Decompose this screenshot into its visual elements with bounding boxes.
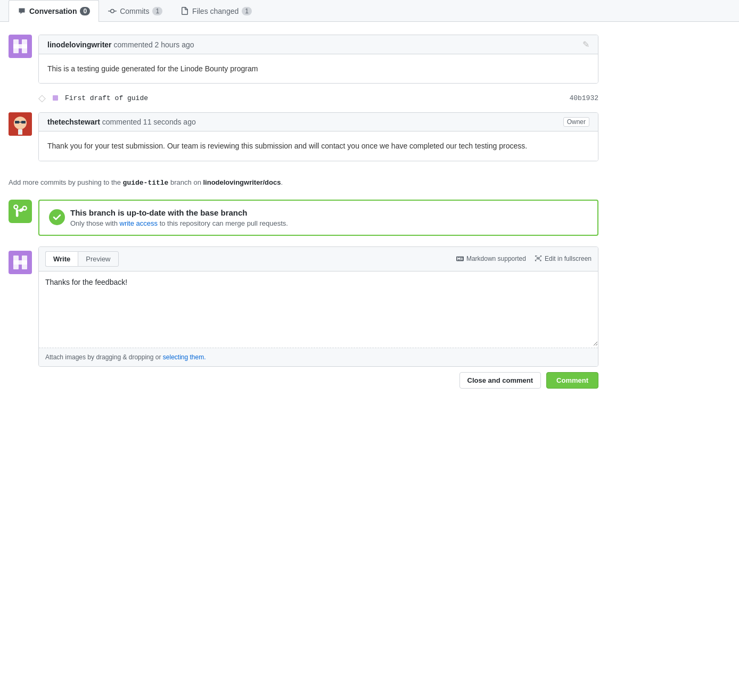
tab-commits-badge: 1 xyxy=(152,7,162,15)
comment-1-box: linodelovingwriter commented 2 hours ago… xyxy=(38,35,598,84)
avatar-placeholder-svg xyxy=(11,37,29,55)
comment-1-user: linodelovingwriter xyxy=(47,40,112,49)
commit-dot: ◇ xyxy=(38,92,46,104)
comment-1-time: commented 2 hours ago xyxy=(114,40,194,49)
tab-files-changed-label: Files changed xyxy=(192,7,239,15)
comment-2-wrapper: thetechstewart commented 11 seconds ago … xyxy=(9,112,598,161)
merge-status-title: This branch is up-to-date with the base … xyxy=(70,208,248,217)
check-icon xyxy=(52,212,62,222)
comment-2-body: Thank you for your test submission. Our … xyxy=(39,131,598,160)
comment-1-text: This is a testing guide generated for th… xyxy=(47,63,589,75)
svg-rect-7 xyxy=(21,121,26,123)
merge-status-subtext: Only those with write access to this rep… xyxy=(70,219,288,227)
avatar-editor xyxy=(9,251,32,274)
add-commits-middle: branch on xyxy=(168,178,203,186)
editor-actions: Close and comment Comment xyxy=(38,367,598,391)
edit-icon[interactable]: ✎ xyxy=(582,39,589,50)
comment-2-time: commented 11 seconds ago xyxy=(102,118,196,126)
editor-tabs: Write Preview Markdown supported xyxy=(39,247,598,271)
fullscreen-option[interactable]: Edit in fullscreen xyxy=(535,255,592,262)
merge-subtext-prefix: Only those with xyxy=(70,219,120,227)
merge-status-wrapper: This branch is up-to-date with the base … xyxy=(9,200,598,236)
markdown-label: Markdown supported xyxy=(466,255,526,262)
editor-container: Write Preview Markdown supported xyxy=(38,246,598,391)
editor-wrapper: Write Preview Markdown supported xyxy=(9,246,598,391)
tab-commits[interactable]: Commits 1 xyxy=(99,0,171,22)
repo-link[interactable]: linodelovingwriter/docs xyxy=(203,178,281,186)
merge-subtext-suffix: to this repository can merge pull reques… xyxy=(158,219,288,227)
commit-message: First draft of guide xyxy=(65,94,148,102)
svg-rect-3 xyxy=(53,95,58,101)
svg-rect-13 xyxy=(13,260,27,265)
avatar-thetechstewart xyxy=(9,112,32,136)
markdown-supported: Markdown supported xyxy=(456,255,526,262)
comment-1-header: linodelovingwriter commented 2 hours ago… xyxy=(39,35,598,54)
commit-sha: 40b1932 xyxy=(569,94,598,102)
comment-2-header-left: thetechstewart commented 11 seconds ago xyxy=(47,118,196,126)
svg-rect-6 xyxy=(15,121,19,123)
commits-icon xyxy=(108,7,117,15)
attach-text: Attach images by dragging & dropping or xyxy=(45,353,163,361)
markdown-icon xyxy=(456,255,464,262)
merge-status-box: This branch is up-to-date with the base … xyxy=(38,200,598,236)
avatar-editor-svg xyxy=(11,253,29,271)
tab-conversation-label: Conversation xyxy=(29,7,77,15)
editor-attach: Attach images by dragging & dropping or … xyxy=(39,348,598,366)
branch-name: guide-title xyxy=(123,179,169,187)
comment-button[interactable]: Comment xyxy=(546,372,598,389)
comment-textarea[interactable]: Thanks for the feedback! xyxy=(39,271,598,346)
avatar-image-svg xyxy=(9,112,32,136)
tab-commits-label: Commits xyxy=(120,7,149,15)
tab-conversation-badge: 0 xyxy=(80,7,90,15)
merge-check-circle xyxy=(49,209,65,225)
write-tab-button[interactable]: Write xyxy=(45,251,78,267)
merge-status-text: This branch is up-to-date with the base … xyxy=(70,208,288,227)
preview-tab-button[interactable]: Preview xyxy=(78,251,118,267)
tab-conversation[interactable]: Conversation 0 xyxy=(9,0,99,22)
tab-files-changed-badge: 1 xyxy=(242,7,252,15)
merge-status-inner: This branch is up-to-date with the base … xyxy=(49,208,588,227)
comment-1-wrapper: linodelovingwriter commented 2 hours ago… xyxy=(9,35,598,84)
main-content: linodelovingwriter commented 2 hours ago… xyxy=(0,22,607,403)
comment-1-body: This is a testing guide generated for th… xyxy=(39,54,598,83)
svg-rect-2 xyxy=(13,44,27,48)
merge-svg-icon xyxy=(13,204,28,219)
avatar-linodelovingwriter xyxy=(9,35,32,58)
comment-2-box: thetechstewart commented 11 seconds ago … xyxy=(38,112,598,161)
svg-rect-10 xyxy=(18,129,22,135)
tab-files-changed[interactable]: Files changed 1 xyxy=(171,0,261,22)
editor-tab-left: Write Preview xyxy=(45,251,119,267)
comment-2-header: thetechstewart commented 11 seconds ago … xyxy=(39,113,598,131)
add-commits-suffix: . xyxy=(281,178,283,186)
fullscreen-label: Edit in fullscreen xyxy=(545,255,592,262)
write-access-link[interactable]: write access xyxy=(120,219,158,227)
add-commits-prefix: Add more commits by pushing to the xyxy=(9,178,123,186)
close-and-comment-button[interactable]: Close and comment xyxy=(459,372,541,389)
commit-line: ◇ First draft of guide 40b1932 xyxy=(9,92,598,104)
attach-link[interactable]: selecting them. xyxy=(163,353,206,361)
editor-box: Write Preview Markdown supported xyxy=(38,246,598,367)
owner-badge: Owner xyxy=(563,117,589,127)
tabs-bar: Conversation 0 Commits 1 Files changed 1 xyxy=(0,0,739,22)
comment-2-text: Thank you for your test submission. Our … xyxy=(47,140,589,152)
comment-1-header-left: linodelovingwriter commented 2 hours ago xyxy=(47,40,194,49)
fullscreen-icon xyxy=(535,255,542,262)
conversation-icon xyxy=(18,7,26,15)
commit-branch-icon xyxy=(51,94,60,102)
merge-icon-box xyxy=(9,200,32,223)
files-changed-icon xyxy=(180,7,189,15)
editor-tab-right: Markdown supported Edit in fullscreen xyxy=(456,255,592,262)
add-commits-message: Add more commits by pushing to the guide… xyxy=(9,170,598,191)
comment-2-user: thetechstewart xyxy=(47,118,100,126)
